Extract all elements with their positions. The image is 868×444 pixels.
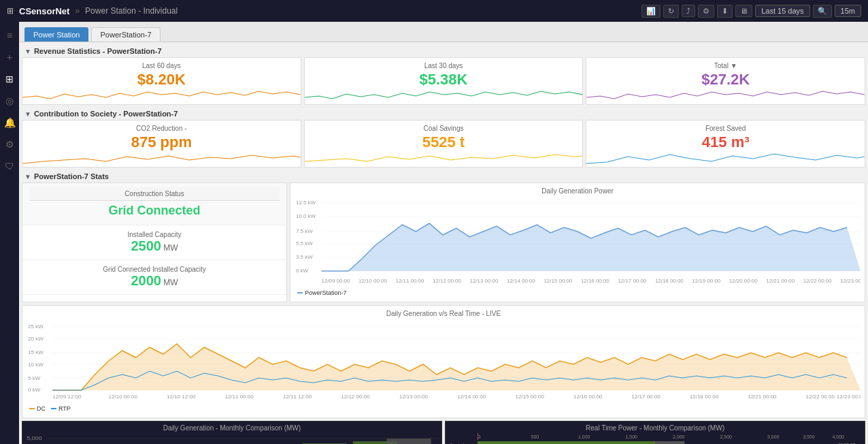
rtp-monthly-title: Real Time Power - Monthly Comparison (MW… [448,424,862,432]
svg-text:12/15 00:00: 12/15 00:00 [516,394,545,400]
sidebar-circle-icon[interactable]: ◎ [1,93,18,109]
coal-card: Coal Savings 5525 t [304,120,584,168]
svg-text:10.0 kW: 10.0 kW [296,213,316,219]
sidebar-shield-icon[interactable]: 🛡 [1,158,18,174]
svg-text:12/21 00:00: 12/21 00:00 [766,278,795,284]
revenue-caret[interactable]: ▼ [24,48,31,55]
ps7-legend: PowerStation-7 [297,289,347,296]
svg-text:5 kW: 5 kW [28,375,41,381]
sidebar-settings-icon[interactable]: ⚙ [1,136,18,153]
page-title: Power Station - Individual [85,6,178,16]
coal-label: Coal Savings [312,125,576,132]
revenue-card-30days-label: Last 30 days [312,62,576,69]
sidebar-menu-icon[interactable]: ≡ [1,27,18,44]
svg-text:12/09 00:00: 12/09 00:00 [322,278,350,284]
construction-status-row: Construction Status Grid Connected [22,183,286,225]
installed-capacity-display: 2500 MW [28,238,281,254]
time-range-badge[interactable]: Last 15 days [755,5,809,17]
grid-icon: ⊞ [7,6,14,16]
interval-badge[interactable]: 15m [835,5,861,17]
svg-text:12/17 00:00: 12/17 00:00 [618,278,646,284]
bottom-charts: Daily Generation - Monthly Comparison (M… [22,421,865,444]
sidebar-add-icon[interactable]: + [1,49,18,65]
sidebar: ≡ + ⊞ ◎ 🔔 ⚙ 🛡 [0,22,19,444]
svg-text:500: 500 [531,434,539,441]
svg-text:12/11 12:00: 12/11 12:00 [283,394,312,400]
tab-power-station[interactable]: Power Station [24,27,88,42]
revenue-title: Revenue Statistics - PowerStation-7 [34,47,162,55]
chart-view-btn[interactable]: 📊 [641,5,661,18]
monitor-btn[interactable]: 🖥 [735,5,752,17]
grid-connected-row: Grid Connected Installed Capacity 2000 M… [22,260,286,295]
download-btn[interactable]: ⬇ [717,5,733,18]
svg-text:12/22 00:00: 12/22 00:00 [806,394,835,400]
svg-text:3,000: 3,000 [767,434,779,441]
svg-text:0 kW: 0 kW [296,268,309,274]
dc-legend-label: DC [37,405,46,412]
zoom-btn[interactable]: 🔍 [813,5,832,18]
co2-label: CO2 Reduction - [29,125,294,132]
daily-generation-chart: Daily Generation Power 12.5 kW 10.0 kW 7… [290,183,865,302]
society-section-header: ▼ Contribution to Society - PowerStation… [22,108,865,120]
svg-marker-12 [322,223,861,271]
svg-text:0: 0 [478,434,480,441]
settings-btn[interactable]: ⚙ [698,5,714,18]
society-caret[interactable]: ▼ [24,110,31,118]
revenue-cards-row: Last 60 days $8.20K Last 30 days $5.38K … [22,57,865,105]
svg-text:20 kW: 20 kW [28,336,44,342]
daily-monthly-title: Daily Generation - Monthly Comparison (M… [25,424,439,432]
svg-text:15 kW: 15 kW [28,349,44,355]
refresh-btn[interactable]: ↻ [663,5,679,18]
live-chart-title: Daily Generation v/s Real Time - LIVE [27,310,861,317]
breadcrumb-sep1: » [75,6,80,16]
installed-capacity-label: Installed Capacity [28,231,281,238]
svg-text:2,500: 2,500 [720,434,732,441]
svg-text:2197.07: 2197.07 [838,442,855,444]
daily-chart-svg: 12.5 kW 10.0 kW 7.5 kW 5.5 kW 3.5 kW 0 k… [295,197,861,286]
svg-text:12/23 00:00: 12/23 00:00 [837,394,861,400]
stats-caret[interactable]: ▼ [24,173,31,180]
svg-text:12/12 00:00: 12/12 00:00 [433,278,461,284]
installed-capacity-row: Installed Capacity 2500 MW [22,225,286,260]
svg-text:August: August [450,442,465,444]
svg-text:12/15 00:00: 12/15 00:00 [544,278,572,284]
stats-section-header: ▼ PowerStation-7 Stats [22,170,865,183]
sidebar-grid-icon[interactable]: ⊞ [1,71,18,87]
svg-text:4,000: 4,000 [833,434,844,441]
svg-text:12/22 00:00: 12/22 00:00 [803,278,832,284]
svg-text:5.5 kW: 5.5 kW [296,240,313,247]
svg-text:10 kW: 10 kW [28,362,44,368]
sidebar-bell-icon[interactable]: 🔔 [1,114,18,131]
svg-text:3,500: 3,500 [803,434,814,441]
tab-powerstation7[interactable]: PowerStation-7 [91,27,160,42]
svg-text:12/23 00:00: 12/23 00:00 [840,278,861,284]
dc-legend-dot [29,408,35,409]
svg-text:12/18 00:00: 12/18 00:00 [690,394,719,400]
construction-status-value: Grid Connected [29,201,280,221]
stats-title: PowerStation-7 Stats [34,172,109,180]
stats-box: Construction Status Grid Connected Insta… [22,183,287,302]
svg-text:12/14 00:00: 12/14 00:00 [507,278,535,284]
lower-section: Construction Status Grid Connected Insta… [22,183,865,302]
svg-text:12.5 kW: 12.5 kW [296,200,316,206]
live-chart-panel: Daily Generation v/s Real Time - LIVE 25… [22,305,865,418]
top-bar-actions: 📊 ↻ ⤴ ⚙ ⬇ 🖥 Last 15 days 🔍 15m [641,5,861,18]
society-cards-row: CO2 Reduction - 875 ppm Coal Savings 552… [22,120,865,168]
installed-capacity-value: 2500 [131,238,161,253]
daily-chart-title: Daily Generation Power [295,187,861,195]
svg-text:1,500: 1,500 [626,434,637,441]
ps7-legend-dot [297,292,303,294]
svg-text:12/13 00:00: 12/13 00:00 [470,278,499,284]
svg-rect-94 [478,441,655,444]
co2-card: CO2 Reduction - 875 ppm [22,120,301,168]
forest-sparkline [586,146,865,167]
share-btn[interactable]: ⤴ [682,5,695,17]
grid-connected-value: 2000 [131,273,161,288]
revenue-card-30days: Last 30 days $5.38K [304,57,584,105]
svg-text:12/10 00:00: 12/10 00:00 [358,278,387,284]
top-bar: ⊞ CSensorNet » Power Station - Individua… [0,0,868,22]
revenue-card-total: Total ▼ $27.2K [586,57,865,105]
svg-text:3.5 kW: 3.5 kW [296,254,313,260]
revenue-card-total-label: Total ▼ [593,62,858,69]
grid-connected-display: 2000 MW [28,273,281,289]
